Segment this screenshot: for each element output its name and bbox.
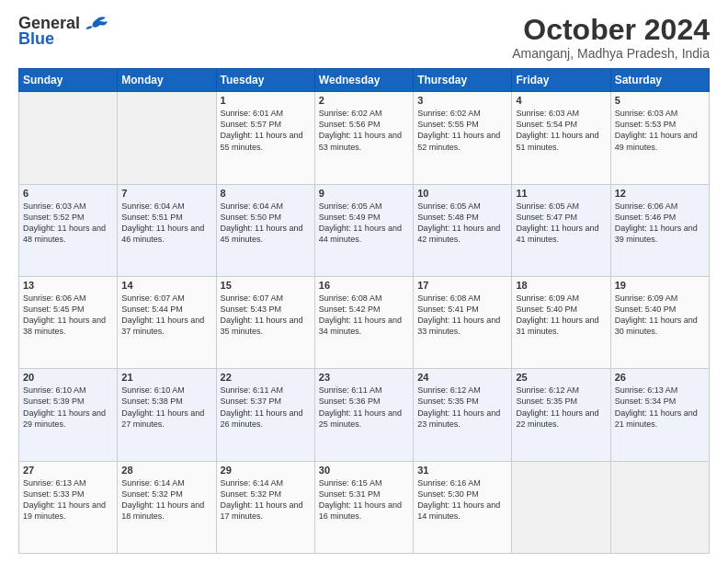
day-info: Sunrise: 6:06 AM Sunset: 5:46 PM Dayligh… [615, 201, 705, 246]
day-number: 16 [319, 280, 409, 291]
table-row: 19Sunrise: 6:09 AM Sunset: 5:40 PM Dayli… [610, 276, 709, 368]
col-wednesday: Wednesday [314, 69, 413, 92]
day-number: 28 [121, 465, 211, 476]
day-number: 31 [417, 465, 507, 476]
month-title: October 2024 [512, 14, 710, 46]
day-number: 2 [319, 95, 409, 106]
table-row: 7Sunrise: 6:04 AM Sunset: 5:51 PM Daylig… [118, 184, 216, 276]
day-number: 12 [615, 188, 705, 199]
table-row: 21Sunrise: 6:10 AM Sunset: 5:38 PM Dayli… [118, 369, 216, 461]
col-monday: Monday [118, 69, 216, 92]
table-row: 24Sunrise: 6:12 AM Sunset: 5:35 PM Dayli… [414, 369, 512, 461]
col-sunday: Sunday [19, 69, 118, 92]
day-number: 27 [23, 465, 113, 476]
day-info: Sunrise: 6:05 AM Sunset: 5:48 PM Dayligh… [417, 201, 507, 246]
day-info: Sunrise: 6:10 AM Sunset: 5:38 PM Dayligh… [121, 385, 211, 430]
table-row: 13Sunrise: 6:06 AM Sunset: 5:45 PM Dayli… [19, 276, 118, 368]
day-info: Sunrise: 6:11 AM Sunset: 5:37 PM Dayligh… [221, 385, 311, 430]
table-row: 31Sunrise: 6:16 AM Sunset: 5:30 PM Dayli… [414, 461, 512, 553]
day-info: Sunrise: 6:13 AM Sunset: 5:34 PM Dayligh… [615, 385, 705, 430]
day-info: Sunrise: 6:08 AM Sunset: 5:42 PM Dayligh… [319, 293, 409, 338]
calendar-table: Sunday Monday Tuesday Wednesday Thursday… [18, 68, 710, 554]
calendar-week-row: 27Sunrise: 6:13 AM Sunset: 5:33 PM Dayli… [19, 461, 710, 553]
day-info: Sunrise: 6:11 AM Sunset: 5:36 PM Dayligh… [319, 385, 409, 430]
day-info: Sunrise: 6:05 AM Sunset: 5:49 PM Dayligh… [319, 201, 409, 246]
day-number: 5 [615, 95, 705, 106]
day-info: Sunrise: 6:02 AM Sunset: 5:55 PM Dayligh… [417, 108, 507, 153]
day-number: 17 [417, 280, 507, 291]
day-number: 15 [221, 280, 311, 291]
table-row: 6Sunrise: 6:03 AM Sunset: 5:52 PM Daylig… [19, 184, 118, 276]
day-number: 22 [221, 372, 311, 383]
table-row [512, 461, 610, 553]
day-number: 14 [121, 280, 211, 291]
day-info: Sunrise: 6:07 AM Sunset: 5:43 PM Dayligh… [221, 293, 311, 338]
day-number: 7 [121, 188, 211, 199]
header: General Blue October 2024 Amanganj, Madh… [18, 14, 710, 61]
day-number: 4 [516, 95, 606, 106]
day-info: Sunrise: 6:04 AM Sunset: 5:51 PM Dayligh… [121, 201, 211, 246]
table-row: 10Sunrise: 6:05 AM Sunset: 5:48 PM Dayli… [414, 184, 512, 276]
day-number: 21 [121, 372, 211, 383]
table-row [610, 461, 709, 553]
day-number: 6 [23, 188, 113, 199]
table-row: 4Sunrise: 6:03 AM Sunset: 5:54 PM Daylig… [512, 92, 610, 184]
table-row [118, 92, 216, 184]
day-number: 24 [417, 372, 507, 383]
col-saturday: Saturday [610, 69, 709, 92]
table-row: 12Sunrise: 6:06 AM Sunset: 5:46 PM Dayli… [610, 184, 709, 276]
table-row: 15Sunrise: 6:07 AM Sunset: 5:43 PM Dayli… [216, 276, 314, 368]
day-info: Sunrise: 6:08 AM Sunset: 5:41 PM Dayligh… [417, 293, 507, 338]
day-info: Sunrise: 6:06 AM Sunset: 5:45 PM Dayligh… [23, 293, 113, 338]
day-info: Sunrise: 6:10 AM Sunset: 5:39 PM Dayligh… [23, 385, 113, 430]
calendar-week-row: 1Sunrise: 6:01 AM Sunset: 5:57 PM Daylig… [19, 92, 710, 184]
day-number: 1 [221, 95, 311, 106]
day-info: Sunrise: 6:05 AM Sunset: 5:47 PM Dayligh… [516, 201, 606, 246]
table-row: 28Sunrise: 6:14 AM Sunset: 5:32 PM Dayli… [118, 461, 216, 553]
day-number: 8 [221, 188, 311, 199]
logo-bird-icon [84, 16, 109, 32]
calendar-week-row: 13Sunrise: 6:06 AM Sunset: 5:45 PM Dayli… [19, 276, 710, 368]
day-info: Sunrise: 6:12 AM Sunset: 5:35 PM Dayligh… [417, 385, 507, 430]
day-number: 10 [417, 188, 507, 199]
day-info: Sunrise: 6:16 AM Sunset: 5:30 PM Dayligh… [417, 477, 507, 523]
day-number: 29 [221, 465, 311, 476]
table-row: 14Sunrise: 6:07 AM Sunset: 5:44 PM Dayli… [118, 276, 216, 368]
col-thursday: Thursday [414, 69, 512, 92]
day-info: Sunrise: 6:03 AM Sunset: 5:53 PM Dayligh… [615, 108, 705, 153]
day-number: 13 [23, 280, 113, 291]
day-number: 20 [23, 372, 113, 383]
day-number: 9 [319, 188, 409, 199]
day-info: Sunrise: 6:14 AM Sunset: 5:32 PM Dayligh… [221, 477, 311, 523]
day-info: Sunrise: 6:15 AM Sunset: 5:31 PM Dayligh… [319, 477, 409, 523]
day-info: Sunrise: 6:01 AM Sunset: 5:57 PM Dayligh… [221, 108, 311, 153]
logo: General Blue [18, 14, 109, 49]
day-number: 25 [516, 372, 606, 383]
day-info: Sunrise: 6:14 AM Sunset: 5:32 PM Dayligh… [121, 477, 211, 523]
table-row: 16Sunrise: 6:08 AM Sunset: 5:42 PM Dayli… [314, 276, 413, 368]
table-row: 9Sunrise: 6:05 AM Sunset: 5:49 PM Daylig… [314, 184, 413, 276]
table-row: 5Sunrise: 6:03 AM Sunset: 5:53 PM Daylig… [610, 92, 709, 184]
day-info: Sunrise: 6:13 AM Sunset: 5:33 PM Dayligh… [23, 477, 113, 523]
table-row: 22Sunrise: 6:11 AM Sunset: 5:37 PM Dayli… [216, 369, 314, 461]
table-row: 2Sunrise: 6:02 AM Sunset: 5:56 PM Daylig… [314, 92, 413, 184]
col-friday: Friday [512, 69, 610, 92]
day-info: Sunrise: 6:07 AM Sunset: 5:44 PM Dayligh… [121, 293, 211, 338]
table-row: 23Sunrise: 6:11 AM Sunset: 5:36 PM Dayli… [314, 369, 413, 461]
table-row: 25Sunrise: 6:12 AM Sunset: 5:35 PM Dayli… [512, 369, 610, 461]
table-row: 8Sunrise: 6:04 AM Sunset: 5:50 PM Daylig… [216, 184, 314, 276]
day-number: 18 [516, 280, 606, 291]
day-info: Sunrise: 6:09 AM Sunset: 5:40 PM Dayligh… [615, 293, 705, 338]
title-block: October 2024 Amanganj, Madhya Pradesh, I… [512, 14, 710, 61]
page: General Blue October 2024 Amanganj, Madh… [0, 0, 728, 563]
calendar-week-row: 6Sunrise: 6:03 AM Sunset: 5:52 PM Daylig… [19, 184, 710, 276]
table-row: 3Sunrise: 6:02 AM Sunset: 5:55 PM Daylig… [414, 92, 512, 184]
day-number: 23 [319, 372, 409, 383]
day-info: Sunrise: 6:03 AM Sunset: 5:54 PM Dayligh… [516, 108, 606, 153]
table-row: 20Sunrise: 6:10 AM Sunset: 5:39 PM Dayli… [19, 369, 118, 461]
col-tuesday: Tuesday [216, 69, 314, 92]
day-info: Sunrise: 6:04 AM Sunset: 5:50 PM Dayligh… [221, 201, 311, 246]
day-number: 19 [615, 280, 705, 291]
table-row: 29Sunrise: 6:14 AM Sunset: 5:32 PM Dayli… [216, 461, 314, 553]
logo-text-blue: Blue [18, 29, 54, 49]
